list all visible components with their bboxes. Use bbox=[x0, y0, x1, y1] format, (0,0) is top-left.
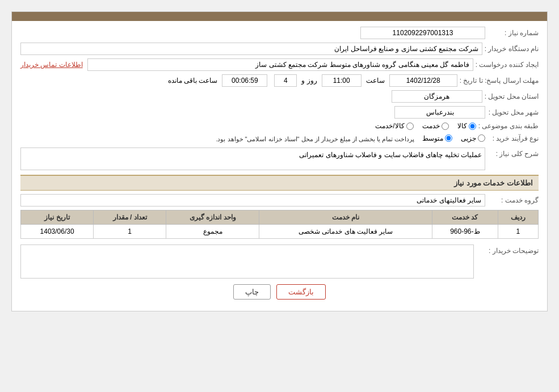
cell-vahed: مجموع bbox=[166, 225, 259, 239]
rooz-label: روز و bbox=[301, 77, 317, 85]
table-row: 1ط-96-960سایر فعالیت های خدماتی شخصیمجمو… bbox=[21, 225, 539, 239]
mohlat-label: مهلت ارسال پاسخ: تا تاریخ : bbox=[460, 77, 539, 85]
noe-jozi-label: جزیی bbox=[461, 134, 476, 142]
page-header bbox=[12, 12, 547, 21]
tabaqe-row: طبقه بندی موضوعی : کالا خدمت کالا/خدمت bbox=[20, 122, 539, 130]
group-khedmat-label: گروه خدمت : bbox=[487, 196, 539, 204]
cell-nam: سایر فعالیت های خدماتی شخصی bbox=[259, 225, 432, 239]
sharh-koli-label: شرح کلی نیاز : bbox=[487, 147, 539, 158]
noe-motevaset-radio[interactable] bbox=[445, 134, 452, 142]
saat-value: 11:00 bbox=[322, 74, 362, 87]
ostan-label: استان محل تحویل : bbox=[485, 92, 539, 100]
noe-farayand-label: نوع فرآیند خرید : bbox=[487, 134, 539, 142]
tabaqe-khedmat-radio[interactable] bbox=[442, 123, 449, 130]
tawzihat-textarea[interactable] bbox=[20, 245, 474, 279]
baghimande-label: ساعت باقی مانده bbox=[168, 77, 218, 85]
noe-motevaset-item: متوسط bbox=[422, 134, 452, 142]
col-tarikh: تاریخ نیاز bbox=[21, 210, 94, 225]
shomare-niaz-value: 1102092297001313 bbox=[360, 27, 485, 39]
shomare-niaz-row: شماره نیاز : 1102092297001313 bbox=[20, 27, 539, 39]
tarikh-value: 1402/12/28 bbox=[389, 74, 457, 87]
noe-farayand-note: پرداخت تمام یا بخشی از مبلغ خریدار از مح… bbox=[216, 136, 414, 143]
cell-tedad: 1 bbox=[94, 225, 166, 239]
nam-dastgah-row: نام دستگاه خریدار : شرکت مجتمع کشتی سازی… bbox=[20, 43, 539, 55]
mohlat-row: مهلت ارسال پاسخ: تا تاریخ : 1402/12/28 س… bbox=[20, 74, 539, 87]
items-table: ردیف کد خدمت نام خدمت واحد اندازه گیری ت… bbox=[20, 210, 539, 239]
tabaqe-kala-label: کالا bbox=[457, 122, 467, 130]
tabaqe-kala-khedmat-label: کالا/خدمت bbox=[375, 122, 404, 130]
main-container: شماره نیاز : 1102092297001313 نام دستگاه… bbox=[11, 11, 548, 311]
nam-dastgah-value: شرکت مجتمع کشتی سازی و صنایع فراساحل ایر… bbox=[20, 43, 482, 55]
shomare-niaz-label: شماره نیاز : bbox=[487, 29, 539, 37]
shahr-label: شهر محل تحویل : bbox=[487, 108, 539, 116]
group-khedmat-row: گروه خدمت : سایر فعالیتهای خدماتی bbox=[20, 194, 539, 206]
button-row: بازگشت چاپ bbox=[20, 284, 539, 305]
ijad-konande-label: ایجاد کننده درخواست : bbox=[476, 61, 539, 69]
print-button[interactable]: چاپ bbox=[233, 284, 271, 300]
ostan-row: استان محل تحویل : هرمزگان bbox=[20, 90, 539, 103]
nam-dastgah-label: نام دستگاه خریدار : bbox=[485, 45, 539, 53]
cell-tarikh: 1403/06/30 bbox=[21, 225, 94, 239]
noe-motevaset-label: متوسط bbox=[422, 134, 443, 142]
sharh-koli-row: شرح کلی نیاز : عملیات تخلیه چاهای فاضلاب… bbox=[20, 147, 539, 170]
tabaqe-kala-khedmat-radio[interactable] bbox=[406, 123, 414, 130]
khadamat-section-header: اطلاعات خدمات مورد نیاز bbox=[20, 175, 539, 191]
noe-jozi-radio[interactable] bbox=[478, 134, 485, 142]
cell-radif: 1 bbox=[498, 225, 538, 239]
cell-kod: ط-96-960 bbox=[432, 225, 498, 239]
ijad-konande-row: ایجاد کننده درخواست : فاطمه گل معینی هنگ… bbox=[20, 58, 539, 71]
tabaqe-khedmat-label: خدمت bbox=[422, 122, 440, 130]
ostan-value: هرمزگان bbox=[392, 90, 482, 103]
tabaqe-label: طبقه بندی موضوعی : bbox=[478, 122, 539, 130]
col-radif: ردیف bbox=[498, 210, 538, 225]
saat-label: ساعت bbox=[366, 77, 385, 85]
tabaqe-kala-item: کالا bbox=[457, 122, 476, 130]
tabaqe-khedmat-item: خدمت bbox=[422, 122, 449, 130]
ijad-konande-value: فاطمه گل معینی هنگامی گروه شناورهای متوس… bbox=[87, 58, 473, 71]
col-vahed: واحد اندازه گیری bbox=[166, 210, 259, 225]
content-area: شماره نیاز : 1102092297001313 نام دستگاه… bbox=[12, 21, 547, 311]
col-tedad: تعداد / مقدار bbox=[94, 210, 166, 225]
col-kod: کد خدمت bbox=[432, 210, 498, 225]
rooz-value: 4 bbox=[274, 74, 297, 87]
tabaqe-kala-radio[interactable] bbox=[469, 123, 476, 130]
sharh-koli-value: عملیات تخلیه چاهای فاضلاب سایت و فاصلاب … bbox=[20, 147, 485, 170]
col-nam: نام خدمت bbox=[259, 210, 432, 225]
noe-farayand-radio-group: جزیی متوسط bbox=[422, 134, 485, 142]
noe-jozi-item: جزیی bbox=[461, 134, 485, 142]
shahr-value: بندرعباس bbox=[394, 106, 485, 119]
tamas-khardar-link[interactable]: اطلاعات تماس خریدار bbox=[20, 61, 83, 69]
group-khedmat-value: سایر فعالیتهای خدماتی bbox=[20, 194, 485, 206]
tabaqe-radio-group: کالا خدمت کالا/خدمت bbox=[375, 122, 476, 130]
tawzihat-row: توضیحات خریدار : bbox=[20, 245, 539, 279]
back-button[interactable]: بازگشت bbox=[276, 284, 326, 300]
noe-farayand-row: نوع فرآیند خرید : جزیی متوسط پرداخت تمام… bbox=[20, 133, 539, 143]
baghimande-value: 00:06:59 bbox=[222, 74, 267, 87]
tabaqe-kala-khedmat-item: کالا/خدمت bbox=[375, 122, 413, 130]
shahr-row: شهر محل تحویل : بندرعباس bbox=[20, 106, 539, 119]
tawzihat-label: توضیحات خریدار : bbox=[476, 245, 539, 255]
